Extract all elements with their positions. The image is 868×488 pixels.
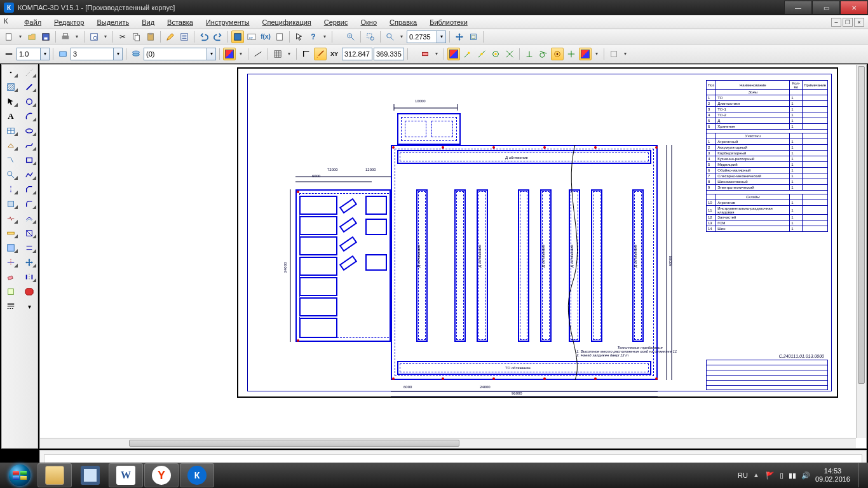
minimize-button[interactable]: — <box>784 1 812 15</box>
print-dropdown[interactable] <box>73 30 81 43</box>
maximize-button[interactable]: ▭ <box>812 1 840 15</box>
linetype-arrow[interactable]: ▾ <box>114 48 123 60</box>
pencil-icon[interactable] <box>164 30 177 43</box>
new-document-dropdown[interactable] <box>17 30 24 43</box>
open-button[interactable] <box>25 30 38 43</box>
fillet-tool[interactable] <box>21 198 37 210</box>
snap-node-icon[interactable] <box>565 48 578 60</box>
contour-tool[interactable] <box>21 227 37 240</box>
centerline-tool[interactable] <box>3 183 19 196</box>
library-manager-button[interactable] <box>231 30 244 43</box>
linetype-value[interactable]: 3 <box>71 48 114 60</box>
text-tool[interactable]: A <box>3 110 19 123</box>
new-document-button[interactable] <box>3 30 15 43</box>
horizontal-scrollbar[interactable] <box>40 438 856 448</box>
balloon-tool[interactable] <box>3 168 19 181</box>
menu-help[interactable]: Справка <box>383 17 423 27</box>
mdi-close[interactable]: × <box>854 18 864 27</box>
coord-y[interactable]: 369.335 <box>374 48 404 60</box>
show-desktop-button[interactable] <box>858 463 863 487</box>
menu-tools[interactable]: Инструменты <box>200 17 256 27</box>
ortho-button[interactable] <box>300 48 313 60</box>
snap-perp-icon[interactable] <box>523 48 536 60</box>
close-button[interactable]: ✕ <box>840 1 868 15</box>
pointer-icon[interactable] <box>293 30 306 43</box>
tray-sound-icon[interactable]: 🔊 <box>801 471 810 480</box>
menu-libraries[interactable]: Библиотеки <box>423 17 474 27</box>
ellipse-tool[interactable] <box>21 125 37 137</box>
vertical-scrollbar[interactable] <box>856 65 866 438</box>
snap-toggle-button[interactable] <box>447 48 460 60</box>
rotate-view-button[interactable] <box>467 30 480 43</box>
snap-angle-button[interactable] <box>314 48 327 60</box>
drawing-canvas[interactable]: Д обтяжение Д обтяжение Д обтяжение Д об… <box>39 64 867 449</box>
rect-tool[interactable] <box>21 154 37 166</box>
paste-special-tool[interactable] <box>3 285 19 298</box>
linestyle-icon[interactable] <box>3 48 15 60</box>
redo-button[interactable] <box>212 30 224 43</box>
snap-center-icon[interactable] <box>489 48 502 60</box>
aux-line-tool[interactable] <box>21 66 37 79</box>
snap-intersect-icon[interactable] <box>503 48 516 60</box>
snap-near-icon[interactable] <box>551 48 564 60</box>
snap-tangent-icon[interactable] <box>537 48 550 60</box>
tray-battery-icon[interactable]: ▯ <box>780 471 783 480</box>
polyline-tool[interactable] <box>21 168 37 181</box>
down-icon[interactable]: ▾ <box>21 300 37 313</box>
linetype-icon[interactable] <box>57 48 69 60</box>
save-button[interactable] <box>39 30 52 43</box>
fx-button[interactable]: f(x) <box>259 30 272 43</box>
layer-combo[interactable]: (0) ▾ <box>144 48 216 60</box>
snap-config-dropdown[interactable] <box>621 48 629 60</box>
menu-spec[interactable]: Спецификация <box>256 17 318 27</box>
dimension-dropdown[interactable] <box>433 48 440 60</box>
table-tool[interactable] <box>3 125 19 137</box>
taskbar-explorer[interactable] <box>37 463 72 487</box>
grid-dropdown[interactable] <box>285 48 293 60</box>
layer-value[interactable]: (0) <box>144 48 207 60</box>
zoom-area-button[interactable] <box>364 30 377 43</box>
style-tool[interactable] <box>3 300 19 313</box>
layer-icon[interactable] <box>130 48 142 60</box>
snap-config-icon[interactable] <box>607 48 620 60</box>
section-tool[interactable] <box>3 198 19 210</box>
paste-button[interactable] <box>144 30 157 43</box>
linetype-combo[interactable]: 3 ▾ <box>71 48 123 60</box>
snap-end-icon[interactable] <box>461 48 474 60</box>
zoom-dropdown-arrow[interactable]: ▾ <box>437 30 446 43</box>
cut-button[interactable]: ✂ <box>116 30 129 43</box>
menu-select[interactable]: Выделить <box>90 17 135 27</box>
menu-service[interactable]: Сервис <box>318 17 355 27</box>
line-tool[interactable] <box>21 81 37 93</box>
spline-tool[interactable] <box>21 139 37 152</box>
zoom-prev-button[interactable] <box>384 30 397 43</box>
color-dropdown[interactable] <box>237 48 245 60</box>
taskbar-word[interactable]: W <box>109 463 143 487</box>
view-tool[interactable] <box>3 241 19 254</box>
color-override-button[interactable] <box>223 48 236 60</box>
point-tool[interactable] <box>3 66 19 79</box>
cursor-tool[interactable] <box>3 95 19 108</box>
stop-tool[interactable] <box>21 285 37 298</box>
linewidth-value[interactable]: 1.0 <box>17 48 41 60</box>
preview-dropdown[interactable] <box>102 30 109 43</box>
mdi-minimize[interactable]: – <box>831 18 841 27</box>
measure-tool[interactable] <box>3 227 19 240</box>
copy-button[interactable] <box>130 30 143 43</box>
trim-tool[interactable] <box>3 256 19 269</box>
linewidth-combo[interactable]: 1.0 ▾ <box>17 48 50 60</box>
hatch-tool[interactable] <box>3 81 19 93</box>
menu-file[interactable]: Файл <box>18 17 48 27</box>
circle-tool[interactable] <box>21 95 37 108</box>
menu-edit[interactable]: Редактор <box>48 17 90 27</box>
start-button[interactable] <box>3 463 37 488</box>
grid-button[interactable] <box>271 48 284 60</box>
move-tool[interactable] <box>21 256 37 269</box>
zoom-in-button[interactable]: + <box>344 30 357 43</box>
mdi-restore[interactable]: ❐ <box>843 18 853 27</box>
pan-button[interactable] <box>453 30 466 43</box>
tray-network-icon[interactable]: ▮▮ <box>789 471 796 480</box>
zoom-value[interactable]: 0.2735 <box>407 30 437 43</box>
variables-icon[interactable]: xy <box>245 30 258 43</box>
help-button[interactable]: ? <box>307 30 320 43</box>
